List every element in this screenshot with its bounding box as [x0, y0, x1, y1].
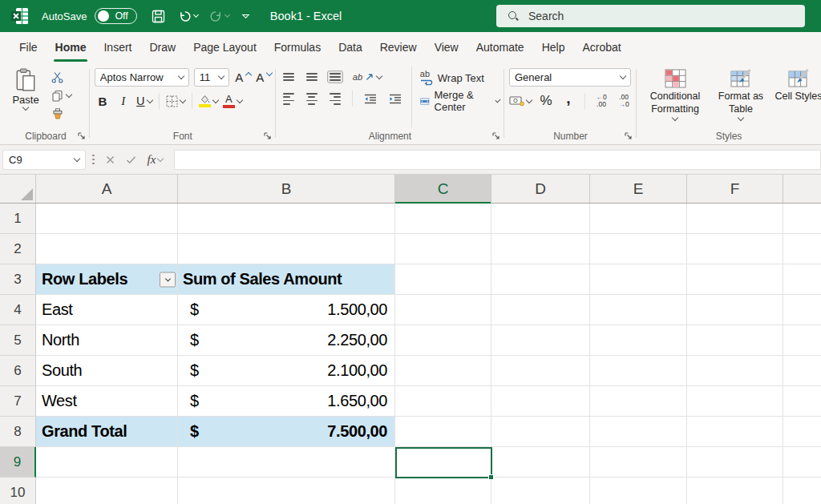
cell-d2[interactable] [491, 234, 590, 264]
alignment-dialog-launcher[interactable] [492, 132, 500, 140]
cell-b2[interactable] [178, 234, 395, 264]
number-format-select[interactable]: General [509, 68, 631, 87]
cell-b3-values-header[interactable]: Sum of Sales Amount [178, 264, 395, 295]
enter-button[interactable] [122, 150, 141, 169]
row-header-9[interactable]: 9 [0, 447, 36, 478]
cell-a1[interactable] [36, 204, 178, 234]
formula-bar-resize-handle[interactable] [86, 155, 101, 165]
tab-view[interactable]: View [426, 32, 467, 62]
middle-align-button[interactable] [304, 71, 320, 83]
merge-center-dropdown-icon[interactable] [495, 97, 500, 103]
conditional-formatting-button[interactable]: Conditional Formatting [641, 69, 709, 127]
tab-automate[interactable]: Automate [467, 32, 533, 62]
tab-file[interactable]: File [10, 32, 47, 62]
decrease-decimal-button[interactable]: .00 →0 [616, 92, 632, 110]
cell-b6-amount[interactable]: $ 2.100,00 [178, 356, 395, 386]
format-as-table-button[interactable]: Format as Table [712, 69, 770, 127]
cell-e1[interactable] [590, 204, 687, 234]
align-right-button[interactable] [327, 91, 343, 107]
number-dialog-launcher[interactable] [625, 132, 633, 140]
underline-dropdown-icon[interactable] [146, 96, 152, 103]
undo-button[interactable] [175, 6, 201, 26]
cell-a8-grand-total[interactable]: Grand Total [36, 417, 178, 447]
cell-f2[interactable] [687, 234, 783, 264]
decrease-indent-button[interactable] [362, 91, 379, 107]
cell-c9-active[interactable] [395, 447, 491, 478]
cell-g8[interactable] [783, 417, 821, 447]
cell-b10[interactable] [178, 478, 395, 504]
comma-style-button[interactable]: , [560, 90, 576, 107]
row-header-8[interactable]: 8 [0, 417, 36, 447]
cell-g9[interactable] [783, 447, 821, 478]
cell-g6[interactable] [783, 356, 821, 386]
font-size-select[interactable]: 11 [194, 68, 229, 87]
redo-dropdown-icon[interactable] [224, 12, 230, 18]
cell-a4-region[interactable]: East [36, 295, 178, 325]
cell-b4-amount[interactable]: $ 1.500,00 [178, 295, 395, 325]
accounting-format-button[interactable] [509, 92, 532, 110]
cell-g5[interactable] [783, 325, 821, 356]
merge-center-button[interactable]: Merge & Center [420, 92, 499, 110]
tab-help[interactable]: Help [533, 32, 574, 62]
column-header-g-partial[interactable] [783, 175, 821, 203]
cell-b5-amount[interactable]: $ 2.250,00 [178, 325, 395, 356]
cell-f1[interactable] [687, 204, 783, 234]
cell-g1[interactable] [783, 204, 821, 234]
cell-c10[interactable] [395, 478, 491, 504]
cell-e3[interactable] [590, 264, 687, 295]
cell-a6-region[interactable]: South [36, 356, 178, 386]
column-header-b[interactable]: B [178, 175, 395, 203]
underline-button[interactable]: U [136, 92, 152, 110]
cell-c8[interactable] [395, 417, 491, 447]
cell-d3[interactable] [491, 264, 590, 295]
percent-style-button[interactable]: % [538, 92, 554, 110]
format-painter-button[interactable] [51, 107, 71, 121]
cell-a7-region[interactable]: West [36, 386, 178, 417]
cell-d7[interactable] [491, 386, 590, 417]
cell-f4[interactable] [687, 295, 783, 325]
tab-acrobat[interactable]: Acrobat [573, 32, 629, 62]
accounting-dropdown-icon[interactable] [526, 96, 532, 103]
copy-button[interactable] [51, 88, 71, 103]
row-header-4[interactable]: 4 [0, 295, 36, 325]
conditional-formatting-dropdown-icon[interactable] [672, 115, 678, 121]
column-header-c[interactable]: C [395, 175, 491, 203]
cell-e6[interactable] [590, 356, 687, 386]
cell-d8[interactable] [491, 417, 590, 447]
cell-f10[interactable] [687, 478, 783, 504]
autosave-toggle[interactable]: AutoSave Off [42, 8, 137, 24]
excel-app-icon[interactable] [10, 6, 30, 26]
cell-d4[interactable] [491, 295, 590, 325]
cell-f7[interactable] [687, 386, 783, 417]
cell-g7[interactable] [783, 386, 821, 417]
column-header-a[interactable]: A [36, 175, 178, 203]
row-header-6[interactable]: 6 [0, 356, 36, 386]
select-all-corner[interactable] [0, 175, 36, 203]
cell-b1[interactable] [178, 204, 395, 234]
name-box[interactable]: C9 [2, 150, 86, 170]
font-name-select[interactable]: Aptos Narrow [95, 68, 189, 87]
font-dialog-launcher[interactable] [264, 132, 272, 140]
undo-dropdown-icon[interactable] [193, 12, 199, 18]
tab-home[interactable]: Home [47, 32, 95, 62]
cell-f3[interactable] [687, 264, 783, 295]
tab-review[interactable]: Review [371, 32, 426, 62]
align-left-button[interactable] [281, 91, 297, 107]
cell-a3-row-labels[interactable]: Row Labels [36, 264, 178, 295]
cell-c6[interactable] [395, 356, 491, 386]
cell-b9[interactable] [178, 447, 395, 478]
redo-button[interactable] [206, 6, 233, 26]
font-color-button[interactable]: A [223, 92, 242, 110]
cancel-button[interactable] [101, 150, 120, 169]
insert-function-button[interactable]: fx [143, 150, 168, 169]
cell-g10[interactable] [783, 478, 821, 504]
cell-c5[interactable] [395, 325, 491, 356]
copy-dropdown-icon[interactable] [66, 91, 72, 97]
cell-styles-button[interactable]: Cell Styles [773, 69, 821, 127]
tab-draw[interactable]: Draw [140, 32, 184, 62]
increase-decimal-button[interactable]: ←0 .00 [593, 92, 609, 110]
row-header-3[interactable]: 3 [0, 264, 36, 295]
cell-d9[interactable] [491, 447, 590, 478]
save-button[interactable] [148, 6, 168, 26]
increase-indent-button[interactable] [386, 91, 404, 107]
